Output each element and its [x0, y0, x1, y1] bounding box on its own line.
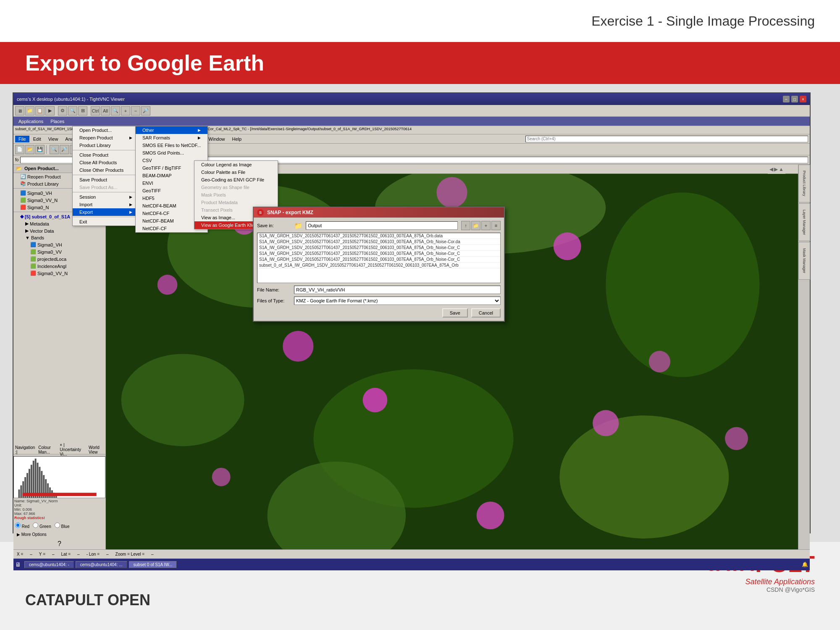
snap-icon-save[interactable]: 💾 — [35, 145, 45, 154]
layer-manager-panel[interactable]: Layer Manager — [798, 203, 810, 241]
snap-icon-zoom-in[interactable]: 🔍 — [50, 145, 59, 154]
save-product-option[interactable]: Save Product — [73, 176, 139, 184]
dlg-up-icon[interactable]: ↑ — [461, 221, 470, 230]
product-library-panel[interactable]: Product Library — [798, 165, 810, 202]
taskbar-item-1[interactable]: cems@ubuntu1404: - — [24, 561, 74, 568]
file-item-1[interactable]: S1A_IW_GRDH_1SDV_20150527T061437_2015052… — [257, 233, 500, 239]
colour-man-tab[interactable]: Colour Man... — [38, 445, 56, 454]
snap-icon-open[interactable]: 📂 — [25, 145, 34, 154]
export-sar[interactable]: SAR Formats ▶ — [136, 134, 207, 142]
svg-point-38 — [283, 331, 313, 362]
world-view-tab[interactable]: World View — [89, 445, 104, 454]
dlg-folder-icon[interactable]: 📁 — [471, 221, 480, 230]
mask-pixels-option[interactable]: Mask Pixels — [194, 191, 278, 199]
product-meta-option[interactable]: Product Metadata — [194, 199, 278, 206]
minimize-button[interactable]: − — [783, 96, 790, 102]
toolbar-icon-11[interactable]: + — [121, 106, 130, 116]
view-menu[interactable]: View — [45, 136, 62, 142]
tree-item-bands[interactable]: ▼ Bands — [13, 234, 105, 241]
toolbar-icon-13[interactable]: 🔎 — [141, 106, 150, 116]
mask-manager-panel[interactable]: Mask Manager — [798, 242, 810, 280]
help-menu[interactable]: Help — [228, 136, 245, 142]
export-other[interactable]: Other ▶ — [136, 126, 207, 134]
file-item-2[interactable]: S1A_IW_GRDH_1SDV_20150527T061437_2015052… — [257, 239, 500, 245]
tree-item-incidence[interactable]: 🟩 IncidenceAngl — [13, 262, 105, 270]
tree-item-projected[interactable]: 🟩 projectedLoca — [13, 255, 105, 262]
export-option[interactable]: Export ▶ — [73, 208, 139, 216]
green-radio[interactable]: Green — [33, 522, 51, 529]
import-option[interactable]: Import ▶ — [73, 201, 139, 208]
colour-legend-option[interactable]: Colour Legend as Image — [194, 161, 278, 168]
save-button[interactable]: Save — [442, 308, 468, 318]
toolbar-icon-3[interactable]: 📋 — [35, 106, 45, 116]
snap-icon-new[interactable]: 📄 — [15, 145, 24, 154]
toolbar-icon-4[interactable]: ▶ — [45, 106, 55, 116]
tree-item-sigma-vvn[interactable]: 🟥 Sigma0_VV_N — [13, 270, 105, 277]
session-option[interactable]: Session ▶ — [73, 193, 139, 201]
file-item-5[interactable]: S1A_IW_GRDH_1SDV_20150527T061437_2015052… — [257, 257, 500, 262]
tree-item-vector[interactable]: ▶ Vector Data — [13, 227, 105, 234]
tree-item-band-vh[interactable]: 🟦 Sigma0_VH — [13, 241, 105, 248]
nav-left[interactable]: ◀ — [769, 166, 773, 172]
toolbar-icon-8[interactable]: Ctrl — [91, 106, 100, 116]
lon-dash: – — [106, 552, 109, 556]
nav-up[interactable]: ▲ — [779, 166, 784, 172]
blue-radio[interactable]: Blue — [55, 522, 70, 529]
file-menu[interactable]: File — [15, 136, 29, 142]
file-item-4[interactable]: S1A_IW_GRDH_1SDV_20150527T061437_2015052… — [257, 251, 500, 257]
file-item-3[interactable]: S1A_IW_GRDH_1SDV_20150527T061437_2015052… — [257, 245, 500, 251]
files-type-select[interactable]: KMZ - Google Earth File Format (*.kmz) — [294, 297, 501, 305]
maximize-button[interactable]: □ — [791, 96, 798, 102]
toolbar-icon-2[interactable]: 📁 — [25, 106, 34, 116]
toolbar-icon-12[interactable]: − — [131, 106, 140, 116]
dlg-new-icon[interactable]: + — [481, 221, 491, 230]
help-icon[interactable]: ? — [13, 538, 105, 549]
top-bar: Exercise 1 - Single Image Processing — [0, 0, 840, 42]
reopen-product-option[interactable]: Reopen Product ▶ — [73, 134, 139, 142]
band-vv-icon: 🟩 — [30, 249, 36, 255]
toolbar-icon-9[interactable]: All — [101, 106, 110, 116]
search-input[interactable] — [525, 136, 808, 142]
export-smos-gp[interactable]: SMOS Grid Points... — [136, 149, 207, 157]
snap-icon-zoom-out[interactable]: 🔎 — [60, 145, 69, 154]
export-smos-ee[interactable]: SMOS EE Files to NetCDF... — [136, 142, 207, 149]
export-kmz-dialog[interactable]: S SNAP - export KMZ Save in: 📁 ↑ 📁 + — [253, 207, 505, 322]
window-menu[interactable]: Window — [205, 136, 228, 142]
taskbar-item-2[interactable]: cems@ubuntu1404: ... — [76, 561, 127, 568]
file-item-6[interactable]: subset_0_of_S1A_IW_GRDH_1SDV_20150527T06… — [257, 262, 500, 268]
close-button[interactable]: × — [800, 96, 806, 102]
geocoding-option[interactable]: Geo-Coding as ENVI GCP File — [194, 176, 278, 184]
edit-menu[interactable]: Edit — [30, 136, 45, 142]
geometry-option[interactable]: Geometry as Shape file — [194, 184, 278, 191]
uncertainty-tab[interactable]: × | Uncertainty Vi... — [60, 443, 85, 457]
toolbar-icon-7[interactable]: ⊞ — [78, 106, 87, 116]
save-in-input[interactable] — [306, 221, 458, 230]
toolbar-icon-5[interactable]: ⚙ — [58, 106, 67, 116]
toolbar-icon-10[interactable]: 🔍 — [111, 106, 120, 116]
file-name-input[interactable] — [294, 286, 501, 294]
zoom-dash: – — [151, 552, 154, 556]
meta-icon: ▶ — [25, 221, 29, 226]
places-menu[interactable]: Places — [47, 118, 68, 125]
open-product-option[interactable]: Open Product... — [73, 126, 139, 134]
exit-option[interactable]: Exit — [73, 218, 139, 226]
cancel-button[interactable]: Cancel — [471, 308, 501, 318]
more-options[interactable]: ▶ More Options — [13, 530, 105, 538]
toolbar-icon-1[interactable]: 🖥 — [15, 106, 24, 116]
colour-palette-option[interactable]: Colour Palette as File — [194, 168, 278, 176]
sep3 — [73, 192, 139, 192]
red-radio[interactable]: Red — [15, 522, 29, 529]
toolbar-icon-6[interactable]: 🔍 — [68, 106, 77, 116]
nav-right[interactable]: ▶ — [774, 166, 778, 172]
close-product-option[interactable]: Close Product — [73, 151, 139, 159]
dlg-list-icon[interactable]: ≡ — [491, 221, 501, 230]
taskbar-item-3[interactable]: subset 0 of S1A IW... — [129, 561, 177, 568]
applications-menu[interactable]: Applications — [15, 118, 47, 125]
product-library-option[interactable]: Product Library — [73, 142, 139, 149]
close-other-option[interactable]: Close Other Products — [73, 166, 139, 174]
close-all-option[interactable]: Close All Products — [73, 159, 139, 166]
svg-rect-20 — [22, 493, 96, 496]
save-product-as-option[interactable]: Save Product As... — [73, 184, 139, 191]
tree-item-band-vv[interactable]: 🟩 Sigma0_VV — [13, 248, 105, 255]
open-product-label[interactable]: Open Product... — [24, 166, 59, 171]
